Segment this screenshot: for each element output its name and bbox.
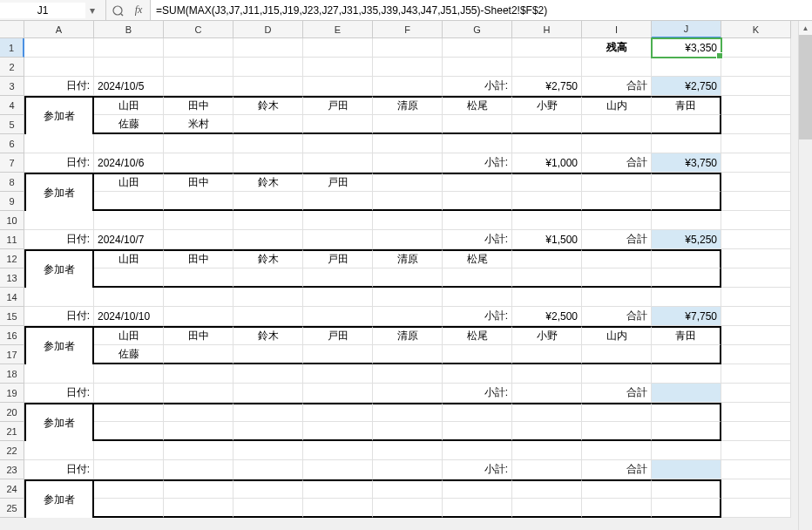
cell-B22[interactable]: [94, 441, 164, 460]
cell-A19[interactable]: 日付:: [24, 384, 94, 403]
cell-E12[interactable]: 戸田: [303, 249, 373, 268]
cell-A24[interactable]: 参加者: [24, 479, 94, 518]
cell-E24[interactable]: [303, 479, 373, 499]
cell-J21[interactable]: [652, 422, 721, 441]
cell-K11[interactable]: [721, 230, 791, 249]
cell-G8[interactable]: [443, 173, 512, 192]
cell-G3[interactable]: 小計:: [443, 77, 512, 96]
row-header-5[interactable]: 5: [0, 115, 24, 134]
cell-E6[interactable]: [303, 134, 373, 153]
column-header-E[interactable]: E: [303, 21, 373, 38]
cell-H13[interactable]: [512, 268, 582, 288]
cell-B17[interactable]: 佐藤: [94, 345, 164, 364]
cell-E21[interactable]: [303, 422, 373, 441]
cell-C13[interactable]: [164, 268, 233, 288]
cell-F1[interactable]: [373, 38, 443, 58]
cell-D8[interactable]: 鈴木: [233, 173, 303, 192]
cell-B14[interactable]: [94, 288, 164, 307]
cell-F7[interactable]: [373, 153, 443, 173]
cell-A16[interactable]: 参加者: [24, 326, 94, 364]
cell-G16[interactable]: 松尾: [443, 326, 512, 345]
cell-I14[interactable]: [582, 288, 652, 307]
cell-G24[interactable]: [443, 479, 512, 499]
cell-K22[interactable]: [721, 441, 791, 460]
cell-B2[interactable]: [94, 58, 164, 77]
cell-J19[interactable]: [652, 384, 721, 403]
cell-K9[interactable]: [721, 192, 791, 211]
cell-B15[interactable]: 2024/10/10: [94, 307, 164, 326]
cell-I13[interactable]: [582, 268, 652, 288]
cell-J1[interactable]: ¥3,350: [652, 38, 721, 58]
cell-B12[interactable]: 山田: [94, 249, 164, 268]
cell-H24[interactable]: [512, 479, 582, 499]
cell-D9[interactable]: [233, 192, 303, 211]
cell-I7[interactable]: 合計: [582, 153, 652, 173]
row-header-16[interactable]: 16: [0, 326, 24, 345]
cell-G19[interactable]: 小計:: [443, 384, 512, 403]
cell-J8[interactable]: [652, 173, 721, 192]
column-header-H[interactable]: H: [512, 21, 582, 38]
cell-K1[interactable]: [721, 38, 791, 58]
cell-F4[interactable]: 清原: [373, 96, 443, 115]
cell-E7[interactable]: [303, 153, 373, 173]
cell-B11[interactable]: 2024/10/7: [94, 230, 164, 249]
cell-D21[interactable]: [233, 422, 303, 441]
cell-B16[interactable]: 山田: [94, 326, 164, 345]
cell-D15[interactable]: [233, 307, 303, 326]
cell-F23[interactable]: [373, 460, 443, 479]
cell-E25[interactable]: [303, 499, 373, 518]
cell-C25[interactable]: [164, 499, 233, 518]
cell-J2[interactable]: [652, 58, 721, 77]
cell-K14[interactable]: [721, 288, 791, 307]
cell-J23[interactable]: [652, 460, 721, 479]
cell-I3[interactable]: 合計: [582, 77, 652, 96]
cell-J7[interactable]: ¥3,750: [652, 153, 721, 173]
cell-J12[interactable]: [652, 249, 721, 268]
cell-F20[interactable]: [373, 403, 443, 422]
name-box[interactable]: [0, 3, 85, 18]
row-header-2[interactable]: 2: [0, 58, 24, 77]
cell-K24[interactable]: [721, 479, 791, 499]
cell-G18[interactable]: [443, 364, 512, 384]
column-header-F[interactable]: F: [373, 21, 443, 38]
cell-F21[interactable]: [373, 422, 443, 441]
cell-C5[interactable]: 米村: [164, 115, 233, 134]
cell-E3[interactable]: [303, 77, 373, 96]
cell-C3[interactable]: [164, 77, 233, 96]
cell-I11[interactable]: 合計: [582, 230, 652, 249]
cell-H7[interactable]: ¥1,000: [512, 153, 582, 173]
cell-F2[interactable]: [373, 58, 443, 77]
cell-J18[interactable]: [652, 364, 721, 384]
cell-G23[interactable]: 小計:: [443, 460, 512, 479]
cell-E20[interactable]: [303, 403, 373, 422]
cell-B21[interactable]: [94, 422, 164, 441]
cell-D11[interactable]: [233, 230, 303, 249]
cell-D5[interactable]: [233, 115, 303, 134]
cell-K25[interactable]: [721, 499, 791, 518]
column-header-J[interactable]: J: [652, 21, 721, 38]
cell-E13[interactable]: [303, 268, 373, 288]
cell-C14[interactable]: [164, 288, 233, 307]
cell-H6[interactable]: [512, 134, 582, 153]
cell-C12[interactable]: 田中: [164, 249, 233, 268]
cell-J15[interactable]: ¥7,750: [652, 307, 721, 326]
cell-G15[interactable]: 小計:: [443, 307, 512, 326]
cell-G12[interactable]: 松尾: [443, 249, 512, 268]
cell-I22[interactable]: [582, 441, 652, 460]
cell-A8[interactable]: 参加者: [24, 173, 94, 211]
row-header-17[interactable]: 17: [0, 345, 24, 364]
cell-H11[interactable]: ¥1,500: [512, 230, 582, 249]
cell-G14[interactable]: [443, 288, 512, 307]
column-header-K[interactable]: K: [721, 21, 791, 38]
cell-J5[interactable]: [652, 115, 721, 134]
row-header-21[interactable]: 21: [0, 422, 24, 441]
cell-I23[interactable]: 合計: [582, 460, 652, 479]
cell-J6[interactable]: [652, 134, 721, 153]
cell-C6[interactable]: [164, 134, 233, 153]
cell-J16[interactable]: 青田: [652, 326, 721, 345]
cell-A2[interactable]: [24, 58, 94, 77]
cell-H25[interactable]: [512, 499, 582, 518]
cell-A14[interactable]: [24, 288, 94, 307]
cell-G2[interactable]: [443, 58, 512, 77]
cell-F18[interactable]: [373, 364, 443, 384]
